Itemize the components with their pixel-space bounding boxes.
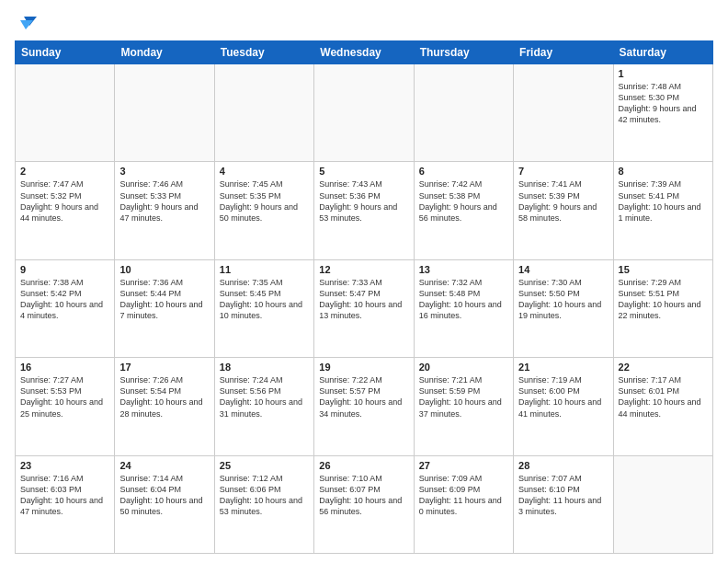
calendar-cell: 14Sunrise: 7:30 AM Sunset: 5:50 PM Dayli… [514, 259, 613, 357]
day-number: 22 [619, 362, 708, 373]
day-info: Sunrise: 7:48 AM Sunset: 5:30 PM Dayligh… [619, 81, 708, 126]
day-info: Sunrise: 7:14 AM Sunset: 6:04 PM Dayligh… [119, 473, 209, 518]
day-number: 1 [619, 68, 708, 79]
day-info: Sunrise: 7:42 AM Sunset: 5:38 PM Dayligh… [419, 178, 508, 224]
calendar-cell [115, 64, 214, 162]
day-info: Sunrise: 7:36 AM Sunset: 5:44 PM Dayligh… [119, 277, 209, 322]
day-info: Sunrise: 7:26 AM Sunset: 5:54 PM Dayligh… [119, 374, 209, 419]
day-number: 8 [619, 166, 708, 177]
calendar-cell [414, 64, 513, 162]
day-info: Sunrise: 7:30 AM Sunset: 5:50 PM Dayligh… [518, 277, 608, 322]
day-number: 9 [20, 264, 109, 275]
calendar-cell: 28Sunrise: 7:07 AM Sunset: 6:10 PM Dayli… [514, 455, 613, 553]
day-info: Sunrise: 7:10 AM Sunset: 6:07 PM Dayligh… [319, 473, 408, 518]
day-info: Sunrise: 7:29 AM Sunset: 5:51 PM Dayligh… [619, 277, 708, 322]
day-number: 25 [220, 460, 309, 471]
day-info: Sunrise: 7:09 AM Sunset: 6:09 PM Dayligh… [419, 473, 508, 518]
day-number: 20 [419, 362, 508, 373]
calendar-cell: 3Sunrise: 7:46 AM Sunset: 5:33 PM Daylig… [115, 162, 214, 259]
weekday-header: Saturday [613, 41, 712, 64]
day-info: Sunrise: 7:41 AM Sunset: 5:39 PM Dayligh… [518, 178, 608, 224]
weekday-header: Wednesday [314, 41, 414, 64]
calendar-cell: 1Sunrise: 7:48 AM Sunset: 5:30 PM Daylig… [613, 64, 712, 162]
day-info: Sunrise: 7:35 AM Sunset: 5:45 PM Dayligh… [220, 277, 309, 322]
day-number: 7 [518, 166, 608, 177]
day-number: 2 [20, 166, 109, 177]
calendar-cell: 18Sunrise: 7:24 AM Sunset: 5:56 PM Dayli… [214, 358, 313, 455]
day-number: 18 [220, 362, 309, 373]
calendar-week-row: 1Sunrise: 7:48 AM Sunset: 5:30 PM Daylig… [16, 64, 713, 162]
calendar-cell [514, 64, 613, 162]
calendar-week-row: 9Sunrise: 7:38 AM Sunset: 5:42 PM Daylig… [16, 259, 713, 357]
calendar-cell: 6Sunrise: 7:42 AM Sunset: 5:38 PM Daylig… [414, 162, 513, 259]
day-number: 27 [419, 460, 508, 471]
calendar-cell: 11Sunrise: 7:35 AM Sunset: 5:45 PM Dayli… [214, 259, 313, 357]
weekday-header: Sunday [16, 41, 115, 64]
calendar-cell [314, 64, 414, 162]
weekday-header: Thursday [414, 41, 513, 64]
day-info: Sunrise: 7:47 AM Sunset: 5:32 PM Dayligh… [20, 178, 109, 224]
day-info: Sunrise: 7:32 AM Sunset: 5:48 PM Dayligh… [419, 277, 508, 322]
calendar-week-row: 16Sunrise: 7:27 AM Sunset: 5:53 PM Dayli… [16, 358, 713, 455]
svg-marker-1 [20, 20, 33, 29]
calendar-cell [16, 64, 115, 162]
day-info: Sunrise: 7:24 AM Sunset: 5:56 PM Dayligh… [220, 374, 309, 419]
day-number: 17 [119, 362, 209, 373]
day-info: Sunrise: 7:38 AM Sunset: 5:42 PM Dayligh… [20, 277, 109, 322]
calendar-cell: 5Sunrise: 7:43 AM Sunset: 5:36 PM Daylig… [314, 162, 414, 259]
day-number: 4 [220, 166, 309, 177]
calendar-cell: 15Sunrise: 7:29 AM Sunset: 5:51 PM Dayli… [613, 259, 712, 357]
day-number: 23 [20, 460, 109, 471]
day-number: 14 [518, 264, 608, 275]
day-number: 5 [319, 166, 408, 177]
day-info: Sunrise: 7:46 AM Sunset: 5:33 PM Dayligh… [119, 178, 209, 224]
logo-icon [17, 13, 37, 33]
weekday-header: Tuesday [214, 41, 313, 64]
calendar-cell [613, 455, 712, 553]
day-number: 10 [119, 264, 209, 275]
page: SundayMondayTuesdayWednesdayThursdayFrid… [0, 0, 728, 563]
calendar-header-row: SundayMondayTuesdayWednesdayThursdayFrid… [16, 41, 713, 64]
day-number: 19 [319, 362, 408, 373]
day-number: 12 [319, 264, 408, 275]
day-number: 13 [419, 264, 508, 275]
calendar-cell: 22Sunrise: 7:17 AM Sunset: 6:01 PM Dayli… [613, 358, 712, 455]
calendar-cell: 9Sunrise: 7:38 AM Sunset: 5:42 PM Daylig… [16, 259, 115, 357]
day-number: 24 [119, 460, 209, 471]
calendar-cell: 25Sunrise: 7:12 AM Sunset: 6:06 PM Dayli… [214, 455, 313, 553]
calendar-cell: 26Sunrise: 7:10 AM Sunset: 6:07 PM Dayli… [314, 455, 414, 553]
day-number: 21 [518, 362, 608, 373]
day-info: Sunrise: 7:33 AM Sunset: 5:47 PM Dayligh… [319, 277, 408, 322]
day-number: 3 [119, 166, 209, 177]
day-info: Sunrise: 7:19 AM Sunset: 6:00 PM Dayligh… [518, 374, 608, 419]
calendar-cell: 2Sunrise: 7:47 AM Sunset: 5:32 PM Daylig… [16, 162, 115, 259]
day-info: Sunrise: 7:17 AM Sunset: 6:01 PM Dayligh… [619, 374, 708, 419]
calendar-cell: 13Sunrise: 7:32 AM Sunset: 5:48 PM Dayli… [414, 259, 513, 357]
calendar-cell: 17Sunrise: 7:26 AM Sunset: 5:54 PM Dayli… [115, 358, 214, 455]
calendar-cell: 10Sunrise: 7:36 AM Sunset: 5:44 PM Dayli… [115, 259, 214, 357]
logo [15, 13, 37, 33]
day-info: Sunrise: 7:43 AM Sunset: 5:36 PM Dayligh… [319, 178, 408, 224]
calendar-cell: 7Sunrise: 7:41 AM Sunset: 5:39 PM Daylig… [514, 162, 613, 259]
calendar-cell: 16Sunrise: 7:27 AM Sunset: 5:53 PM Dayli… [16, 358, 115, 455]
day-number: 15 [619, 264, 708, 275]
day-number: 26 [319, 460, 408, 471]
calendar-cell: 27Sunrise: 7:09 AM Sunset: 6:09 PM Dayli… [414, 455, 513, 553]
day-info: Sunrise: 7:45 AM Sunset: 5:35 PM Dayligh… [220, 178, 309, 224]
day-info: Sunrise: 7:12 AM Sunset: 6:06 PM Dayligh… [220, 473, 309, 518]
day-number: 11 [220, 264, 309, 275]
day-info: Sunrise: 7:39 AM Sunset: 5:41 PM Dayligh… [619, 178, 708, 224]
calendar-cell: 21Sunrise: 7:19 AM Sunset: 6:00 PM Dayli… [514, 358, 613, 455]
calendar-table: SundayMondayTuesdayWednesdayThursdayFrid… [15, 40, 713, 554]
day-number: 6 [419, 166, 508, 177]
day-number: 16 [20, 362, 109, 373]
calendar-cell: 8Sunrise: 7:39 AM Sunset: 5:41 PM Daylig… [613, 162, 712, 259]
day-info: Sunrise: 7:16 AM Sunset: 6:03 PM Dayligh… [20, 473, 109, 518]
calendar-cell: 12Sunrise: 7:33 AM Sunset: 5:47 PM Dayli… [314, 259, 414, 357]
day-info: Sunrise: 7:22 AM Sunset: 5:57 PM Dayligh… [319, 374, 408, 419]
calendar-cell: 19Sunrise: 7:22 AM Sunset: 5:57 PM Dayli… [314, 358, 414, 455]
calendar-cell: 20Sunrise: 7:21 AM Sunset: 5:59 PM Dayli… [414, 358, 513, 455]
day-number: 28 [518, 460, 608, 471]
day-info: Sunrise: 7:07 AM Sunset: 6:10 PM Dayligh… [518, 473, 608, 518]
calendar-week-row: 2Sunrise: 7:47 AM Sunset: 5:32 PM Daylig… [16, 162, 713, 259]
